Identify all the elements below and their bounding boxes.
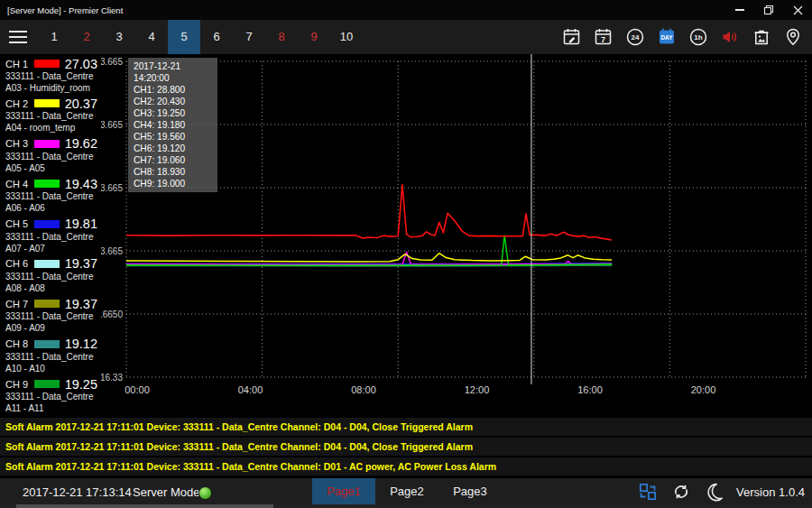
layout-switch-icon[interactable] [637,481,659,503]
menu-icon[interactable] [9,31,27,43]
x-axis-label: 04:00 [238,384,263,395]
channel-id: CH 8 [5,338,31,349]
channel-item-ch7[interactable]: CH 7 19.37 333111 - Data_Centre A09 - A0… [0,294,101,334]
channel-item-ch9[interactable]: CH 9 19.25 333111 - Data_Centre A11 - A1… [0,374,101,414]
channel-item-ch5[interactable]: CH 5 19.81 333111 - Data_Centre A07 - A0… [0,215,101,254]
snapshot-bin-icon-glyph [751,26,772,48]
series-line-ch1 [126,185,612,240]
channel-item-ch3[interactable]: CH 3 19.62 333111 - Data_Centre A05 - A0… [0,134,101,174]
range-1h-icon-glyph: 1h [687,26,709,48]
speaker-icon[interactable] [719,26,741,48]
channel-device: 333111 - Data_Centre [5,310,97,322]
channel-device: 333111 - Data_Centre [5,70,97,82]
chart-region: 83.66563.66543.66523.6653.6650-16.3300:0… [101,54,812,415]
sync-icon[interactable] [670,481,692,503]
location-pin-icon[interactable] [782,26,804,48]
x-axis-label: 08:00 [351,384,376,395]
status-timestamp: 2017-12-21 17:13:14 [23,478,132,506]
channel-point: A06 - A06 [5,202,97,214]
channel-header: CH 9 19.25 [5,377,97,391]
channel-item-ch2[interactable]: CH 2 20.37 333111 - Data_Centre A04 - ro… [0,94,101,134]
channel-device: 333111 - Data_Centre [5,271,97,282]
snapshot-bin-icon[interactable] [751,26,772,48]
page-number-tab-5[interactable]: 5 [168,20,200,54]
channel-color-swatch [34,180,60,188]
day-view-icon-glyph: DAY [656,26,678,48]
dark-mode-icon[interactable] [704,481,725,503]
channel-color-swatch [34,380,60,388]
toolbar: 12345678910 724DAY1h [0,20,812,54]
channel-header: CH 6 19.37 [5,257,97,271]
page-number-tab-1[interactable]: 1 [38,20,70,54]
dark-mode-icon-glyph [704,481,725,503]
tooltip-row-ch9: CH9: 19.000 [134,178,217,189]
close-button[interactable] [783,0,812,20]
tooltip-row-ch2: CH2: 20.430 [134,96,217,107]
channel-point: A10 - A10 [5,363,97,374]
restore-icon [763,5,774,15]
page-tab-page1[interactable]: Page1 [312,478,375,505]
channel-id: CH 4 [5,179,31,189]
minimize-button[interactable] [725,0,754,20]
channel-item-ch4[interactable]: CH 4 19.43 333111 - Data_Centre A06 - A0… [0,174,101,214]
calendar-edit-icon[interactable] [561,26,583,48]
alarm-scrollbar-thumb[interactable] [16,504,273,508]
page-number-tab-7[interactable]: 7 [233,20,265,54]
svg-text:DAY: DAY [660,34,673,41]
maximize-button[interactable] [754,0,783,20]
day-view-icon[interactable]: DAY [656,26,678,48]
channel-point: A08 - A08 [5,282,97,294]
alarm-row-3[interactable]: Soft Alarm 2017-12-21 17:11:01 Device: 3… [0,457,812,476]
svg-text:24: 24 [632,33,640,42]
channel-item-ch1[interactable]: CH 1 27.03 333111 - Data_Centre A03 - Hu… [0,54,101,94]
y-axis-label: 23.665 [101,246,123,256]
page-number-tab-2[interactable]: 2 [70,20,103,54]
series-line-ch3 [126,252,612,264]
channel-value: 19.12 [65,337,97,351]
x-axis-label: 12:00 [465,384,490,395]
page-tab-page3[interactable]: Page3 [438,478,502,505]
page-tabs: Page1Page2Page3 [312,478,502,505]
channel-header: CH 8 19.12 [5,337,97,351]
channel-device: 333111 - Data_Centre [5,231,97,243]
tooltip-row-ch4: CH4: 19.180 [134,119,217,131]
range-24h-icon[interactable]: 24 [624,26,646,48]
calendar-week-icon[interactable]: 7 [593,26,614,48]
page-number-tab-8[interactable]: 8 [265,20,298,54]
alarm-row-1[interactable]: Soft Alarm 2017-12-21 17:11:01 Device: 3… [0,418,812,436]
channel-color-swatch [34,220,60,228]
page-number-tab-6[interactable]: 6 [200,20,233,54]
sync-icon-glyph [670,481,692,503]
channel-value: 19.43 [65,177,97,191]
status-icons [637,481,725,503]
channel-value: 19.62 [65,136,97,151]
version-label: Version 1.0.4 [736,478,805,506]
page-number-tab-10[interactable]: 10 [330,20,363,54]
range-1h-icon[interactable]: 1h [687,26,709,48]
y-axis-label: 83.665 [101,57,123,67]
main-area: CH 1 27.03 333111 - Data_Centre A03 - Hu… [0,54,812,415]
page-number-tab-9[interactable]: 9 [298,20,330,54]
channel-color-swatch [34,340,60,348]
calendar-edit-icon-glyph [561,26,583,48]
channel-point: A03 - Humidity_room [5,82,97,94]
channel-id: CH 6 [5,258,31,269]
channel-point: A09 - A09 [5,322,97,334]
page-number-tab-4[interactable]: 4 [135,20,168,54]
y-axis-label: 43.665 [101,183,123,193]
y-axis-label: 63.665 [101,120,123,130]
channel-legend: CH 1 27.03 333111 - Data_Centre A03 - Hu… [0,54,101,415]
page-number-tab-3[interactable]: 3 [103,20,135,54]
channel-item-ch8[interactable]: CH 8 19.12 333111 - Data_Centre A10 - A1… [0,335,101,374]
window-title: [Server Mode] - Premier Client [7,5,123,15]
channel-id: CH 7 [5,299,31,309]
channel-id: CH 3 [5,138,31,149]
chart-series [126,185,612,266]
alarm-scrollbar[interactable] [0,504,812,508]
page-number-tabs: 12345678910 [38,20,363,54]
channel-item-ch6[interactable]: CH 6 19.37 333111 - Data_Centre A08 - A0… [0,254,101,294]
page-tab-page2[interactable]: Page2 [375,478,438,505]
chart-tooltip: 2017-12-21 14:20:00 CH1: 28.800CH2: 20.4… [128,58,217,192]
channel-id: CH 5 [5,218,31,229]
alarm-row-2[interactable]: Soft Alarm 2017-12-21 17:11:01 Device: 3… [0,438,812,456]
